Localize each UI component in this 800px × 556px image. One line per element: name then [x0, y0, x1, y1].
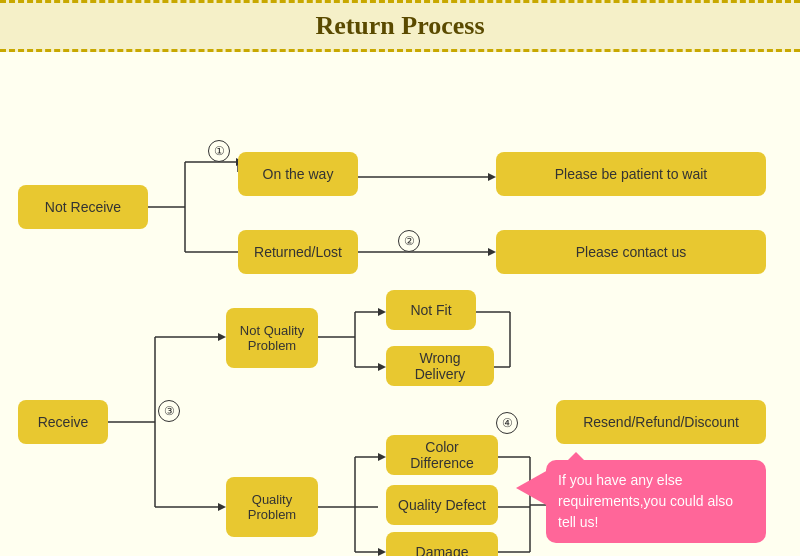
svg-marker-16 — [218, 503, 226, 511]
circle-4: ④ — [496, 412, 518, 434]
svg-marker-5 — [488, 173, 496, 181]
quality-defect-btn: Quality Defect — [386, 485, 498, 525]
svg-marker-29 — [378, 548, 386, 556]
damage-btn: Damage — [386, 532, 498, 556]
wrong-delivery-btn: Wrong Delivery — [386, 346, 494, 386]
svg-marker-26 — [378, 453, 386, 461]
circle-3: ③ — [158, 400, 180, 422]
resend-btn: Resend/Refund/Discount — [556, 400, 766, 444]
not-quality-btn: Not Quality Problem — [226, 308, 318, 368]
not-fit-btn: Not Fit — [386, 290, 476, 330]
please-wait-btn: Please be patient to wait — [496, 152, 766, 196]
circle-2: ② — [398, 230, 420, 252]
svg-marker-22 — [378, 363, 386, 371]
diagram-area: ① ② ③ ④ Not Receive On the way Returned/… — [0, 52, 800, 556]
color-difference-btn: Color Difference — [386, 435, 498, 475]
on-the-way-btn: On the way — [238, 152, 358, 196]
svg-marker-14 — [218, 333, 226, 341]
not-receive-btn: Not Receive — [18, 185, 148, 229]
please-contact-btn: Please contact us — [496, 230, 766, 274]
page-header: Return Process — [0, 0, 800, 52]
svg-marker-20 — [378, 308, 386, 316]
returned-lost-btn: Returned/Lost — [238, 230, 358, 274]
svg-marker-9 — [488, 248, 496, 256]
bubble-triangle — [516, 470, 548, 506]
receive-btn: Receive — [18, 400, 108, 444]
circle-1: ① — [208, 140, 230, 162]
quality-problem-btn: Quality Problem — [226, 477, 318, 537]
speech-bubble: If you have any else requirements,you co… — [546, 460, 766, 543]
page-title: Return Process — [0, 11, 800, 41]
